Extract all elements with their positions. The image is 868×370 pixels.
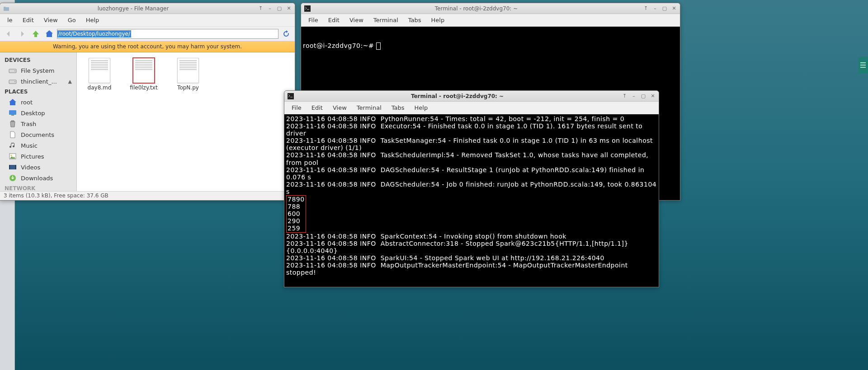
sidebar-item-root[interactable]: root [0, 97, 76, 108]
cursor-icon [376, 42, 381, 50]
file-item-file0lzy[interactable]: file0lzy.txt [127, 58, 161, 91]
sidebar-item-label: root [21, 99, 33, 106]
terminal-back-menubar: File Edit View Terminal Tabs Help [301, 14, 680, 27]
minimize-button[interactable]: – [651, 5, 659, 12]
sidebar-item-label: File System [21, 67, 54, 74]
sidebar-item-label: thinclient_... [21, 78, 57, 85]
sidebar-item-pictures[interactable]: Pictures [0, 151, 76, 162]
sidebar-item-downloads[interactable]: Downloads [0, 173, 76, 183]
maximize-button[interactable]: ▢ [275, 5, 283, 12]
menu-help[interactable]: Help [410, 103, 433, 112]
terminal-output-before: 2023-11-16 04:08:58 INFO PythonRunner:54… [286, 115, 659, 195]
file-thumb-icon [133, 58, 155, 83]
file-manager-sidebar: DEVICES File System thinclient_...▲ PLAC… [0, 52, 77, 191]
trash-icon [8, 120, 17, 128]
download-icon [8, 174, 17, 182]
file-manager-navbar: /root/Desktop/luozhongye/ [0, 27, 295, 41]
up-button[interactable] [30, 28, 42, 40]
sidebar-item-label: Videos [21, 164, 40, 171]
file-manager-content[interactable]: day8.md file0lzy.txt TopN.py [77, 52, 295, 191]
file-manager-title: luozhongye - File Manager [12, 5, 255, 12]
terminal-back-titlebar[interactable]: Terminal - root@i-2zddvg70: ~ ⤒ – ▢ ✕ [301, 3, 680, 14]
sidebar-item-videos[interactable]: Videos [0, 162, 76, 173]
svg-rect-11 [9, 165, 10, 169]
pin-button[interactable]: ⤒ [256, 5, 264, 12]
menu-file[interactable]: File [304, 15, 323, 25]
svg-point-3 [14, 70, 15, 71]
menu-terminal[interactable]: Terminal [369, 15, 403, 25]
sidebar-item-label: Music [21, 142, 38, 149]
video-icon [8, 163, 17, 171]
pin-button[interactable]: ⤒ [642, 5, 650, 12]
file-manager-statusbar: 3 items (10.3 kB), Free space: 37.6 GB [0, 191, 295, 200]
drive-icon [8, 77, 17, 85]
desktop-right-tab[interactable] [858, 57, 868, 73]
file-item-day8[interactable]: day8.md [82, 58, 117, 91]
document-icon [8, 131, 17, 139]
path-input[interactable]: /root/Desktop/luozhongye/ [57, 29, 278, 39]
minimize-button[interactable]: – [266, 5, 274, 12]
menu-tabs[interactable]: Tabs [387, 103, 409, 112]
sidebar-header-network: NETWORK [0, 183, 76, 191]
terminal-front-window: Terminal - root@i-2zddvg70: ~ ⤒ – ▢ ✕ Fi… [284, 90, 659, 287]
sidebar-item-music[interactable]: Music [0, 140, 76, 151]
path-text: /root/Desktop/luozhongye/ [57, 30, 131, 37]
menu-file[interactable]: File [287, 103, 306, 112]
reload-button[interactable] [280, 28, 292, 40]
svg-rect-10 [9, 165, 16, 169]
menu-help[interactable]: Help [427, 15, 449, 25]
file-name: TopN.py [177, 84, 199, 91]
minimize-button[interactable]: – [630, 93, 638, 100]
menu-terminal[interactable]: Terminal [352, 103, 386, 112]
maximize-button[interactable]: ▢ [639, 93, 647, 100]
close-button[interactable]: ✕ [285, 5, 293, 12]
pin-button[interactable]: ⤒ [620, 93, 628, 100]
sidebar-item-label: Downloads [21, 175, 53, 182]
terminal-front-titlebar[interactable]: Terminal - root@i-2zddvg70: ~ ⤒ – ▢ ✕ [284, 91, 659, 102]
home-icon [8, 98, 17, 106]
sidebar-item-label: Trash [21, 121, 36, 127]
terminal-icon [287, 93, 294, 100]
svg-rect-6 [9, 110, 16, 115]
file-thumb-icon [177, 58, 199, 83]
maximize-button[interactable]: ▢ [660, 5, 669, 12]
home-button[interactable] [43, 28, 55, 40]
terminal-front-menubar: File Edit View Terminal Tabs Help [284, 102, 659, 114]
menu-edit[interactable]: Edit [324, 15, 344, 25]
file-name: file0lzy.txt [130, 84, 157, 91]
menu-tabs[interactable]: Tabs [404, 15, 426, 25]
file-manager-window: luozhongye - File Manager ⤒ – ▢ ✕ le Edi… [0, 3, 295, 201]
eject-icon[interactable]: ▲ [68, 79, 72, 84]
file-thumb-icon [89, 58, 110, 83]
menu-edit[interactable]: Edit [18, 15, 38, 25]
svg-rect-12 [15, 165, 16, 169]
sidebar-item-label: Pictures [21, 153, 44, 160]
svg-rect-7 [11, 115, 14, 116]
file-name: day8.md [88, 84, 112, 91]
sidebar-item-trash[interactable]: Trash [0, 118, 76, 129]
terminal-output-after: 2023-11-16 04:08:58 INFO SparkContext:54… [286, 233, 630, 276]
svg-point-9 [11, 155, 12, 156]
back-button[interactable] [3, 28, 14, 40]
close-button[interactable]: ✕ [649, 93, 657, 100]
sidebar-item-desktop[interactable]: Desktop [0, 108, 76, 118]
sidebar-item-thinclient[interactable]: thinclient_...▲ [0, 76, 76, 87]
music-icon [8, 141, 17, 150]
sidebar-item-filesystem[interactable]: File System [0, 65, 76, 76]
file-manager-titlebar[interactable]: luozhongye - File Manager ⤒ – ▢ ✕ [0, 3, 295, 14]
menu-help[interactable]: Help [81, 15, 104, 25]
menu-view[interactable]: View [345, 15, 368, 25]
close-button[interactable]: ✕ [670, 5, 678, 12]
menu-go[interactable]: Go [63, 15, 80, 25]
menu-view[interactable]: View [39, 15, 62, 25]
file-item-topn[interactable]: TopN.py [171, 58, 205, 91]
terminal-front-title: Terminal - root@i-2zddvg70: ~ [296, 93, 618, 99]
terminal-front-content[interactable]: 2023-11-16 04:08:58 INFO PythonRunner:54… [284, 114, 659, 287]
menu-view[interactable]: View [328, 103, 351, 112]
menu-file[interactable]: le [3, 15, 17, 25]
terminal-prompt: root@i-2zddvg70:~# [303, 42, 376, 49]
sidebar-item-documents[interactable]: Documents [0, 129, 76, 140]
desktop-icon [8, 109, 17, 117]
forward-button[interactable] [16, 28, 28, 40]
menu-edit[interactable]: Edit [307, 103, 327, 112]
